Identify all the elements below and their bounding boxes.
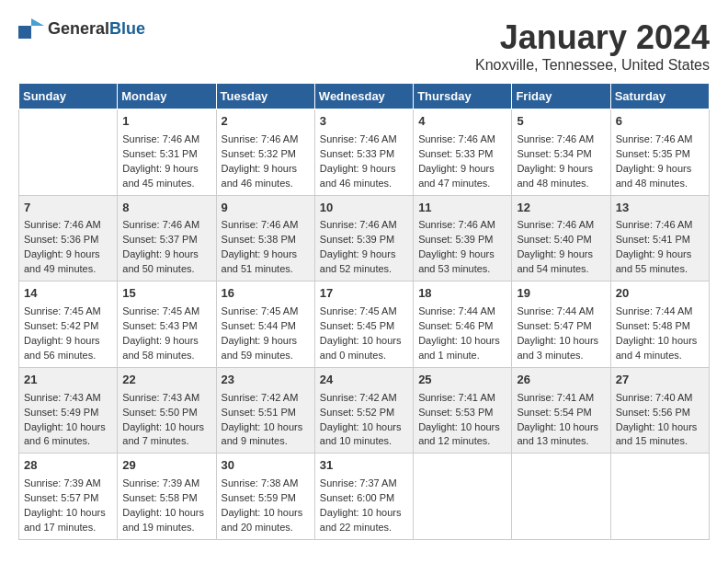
day-info-line: Sunset: 5:35 PM	[616, 147, 704, 162]
day-info-line: Sunset: 5:40 PM	[517, 233, 605, 247]
day-info-line: Daylight: 9 hours	[222, 162, 310, 177]
day-number: 15	[122, 285, 210, 303]
calendar-cell: 9Sunrise: 7:46 AMSunset: 5:38 PMDaylight…	[216, 195, 314, 282]
title-area: January 2024 Knoxville, Tennessee, Unite…	[475, 18, 710, 74]
calendar-cell	[610, 454, 709, 540]
day-number: 13	[616, 200, 704, 217]
day-info-line: Sunrise: 7:44 AM	[517, 304, 605, 319]
day-info-line: Sunset: 5:51 PM	[222, 406, 310, 420]
calendar-cell: 25Sunrise: 7:41 AMSunset: 5:53 PMDayligh…	[414, 367, 512, 454]
day-number: 14	[24, 285, 112, 303]
calendar-body: 1Sunrise: 7:46 AMSunset: 5:31 PMDaylight…	[19, 109, 710, 540]
day-info-line: and 50 minutes.	[122, 262, 210, 277]
day-number: 10	[320, 200, 408, 217]
day-of-week-header: Sunday	[19, 84, 118, 109]
day-info-line: and 54 minutes.	[517, 262, 605, 277]
day-info-line: Sunrise: 7:37 AM	[320, 477, 408, 491]
day-info-line: and 4 minutes.	[616, 349, 704, 363]
day-info-line: Sunrise: 7:46 AM	[418, 218, 506, 233]
calendar-cell: 27Sunrise: 7:40 AMSunset: 5:56 PMDayligh…	[610, 367, 709, 454]
day-number: 21	[24, 372, 112, 389]
day-of-week-header: Monday	[118, 84, 216, 109]
day-info-line: Daylight: 10 hours	[222, 506, 310, 521]
calendar-cell: 19Sunrise: 7:44 AMSunset: 5:47 PMDayligh…	[512, 282, 610, 368]
day-info-line: Sunrise: 7:41 AM	[418, 391, 506, 406]
day-number: 5	[517, 113, 605, 131]
day-number: 4	[418, 113, 506, 131]
day-info-line: and 22 minutes.	[320, 521, 408, 535]
day-number: 31	[320, 457, 408, 475]
day-number: 12	[517, 200, 605, 217]
day-info-line: Daylight: 9 hours	[517, 247, 605, 262]
day-number: 8	[122, 200, 210, 217]
day-info-line: and 10 minutes.	[320, 434, 408, 449]
day-info-line: Daylight: 10 hours	[320, 334, 408, 349]
day-info-line: and 6 minutes.	[24, 434, 112, 449]
day-number: 27	[616, 372, 704, 389]
day-info-line: Sunrise: 7:46 AM	[222, 218, 310, 233]
day-info-line: and 59 minutes.	[222, 349, 310, 363]
day-info-line: Sunset: 5:53 PM	[418, 406, 506, 420]
day-info-line: Sunrise: 7:40 AM	[616, 391, 704, 406]
day-info-line: and 53 minutes.	[418, 262, 506, 277]
day-info-line: Daylight: 10 hours	[616, 420, 704, 435]
day-number: 26	[517, 372, 605, 389]
day-number: 7	[24, 200, 112, 217]
calendar-cell: 26Sunrise: 7:41 AMSunset: 5:54 PMDayligh…	[512, 367, 610, 454]
day-info-line: Daylight: 10 hours	[320, 420, 408, 435]
day-info-line: and 47 minutes.	[418, 177, 506, 191]
day-info-line: Sunset: 5:49 PM	[24, 406, 112, 420]
calendar-cell: 16Sunrise: 7:45 AMSunset: 5:44 PMDayligh…	[216, 282, 314, 368]
day-info-line: Daylight: 9 hours	[122, 247, 210, 262]
day-info-line: Sunset: 5:59 PM	[222, 491, 310, 506]
day-info-line: Daylight: 10 hours	[122, 506, 210, 521]
day-info-line: Sunrise: 7:46 AM	[616, 132, 704, 147]
calendar-cell: 23Sunrise: 7:42 AMSunset: 5:51 PMDayligh…	[216, 367, 314, 454]
calendar-cell: 4Sunrise: 7:46 AMSunset: 5:33 PMDaylight…	[414, 109, 512, 196]
day-info-line: Sunset: 5:38 PM	[222, 233, 310, 247]
day-info-line: Sunset: 5:39 PM	[320, 233, 408, 247]
day-number: 17	[320, 285, 408, 303]
day-number: 9	[222, 200, 310, 217]
calendar-cell: 31Sunrise: 7:37 AMSunset: 6:00 PMDayligh…	[314, 454, 413, 540]
day-info-line: and 12 minutes.	[418, 434, 506, 449]
day-info-line: Daylight: 10 hours	[24, 506, 112, 521]
day-info-line: and 3 minutes.	[517, 349, 605, 363]
logo-icon	[18, 18, 44, 39]
calendar-cell: 8Sunrise: 7:46 AMSunset: 5:37 PMDaylight…	[118, 195, 216, 282]
day-info-line: Sunrise: 7:43 AM	[122, 391, 210, 406]
day-info-line: Sunset: 5:48 PM	[616, 319, 704, 334]
day-info-line: and 19 minutes.	[122, 521, 210, 535]
logo-general-text: General	[48, 19, 109, 38]
calendar-cell: 10Sunrise: 7:46 AMSunset: 5:39 PMDayligh…	[314, 195, 413, 282]
day-number: 16	[222, 285, 310, 303]
day-info-line: and 13 minutes.	[517, 434, 605, 449]
calendar-cell: 20Sunrise: 7:44 AMSunset: 5:48 PMDayligh…	[610, 282, 709, 368]
day-info-line: Sunrise: 7:45 AM	[122, 304, 210, 319]
day-info-line: and 15 minutes.	[616, 434, 704, 449]
calendar-cell: 5Sunrise: 7:46 AMSunset: 5:34 PMDaylight…	[512, 109, 610, 196]
calendar-cell: 2Sunrise: 7:46 AMSunset: 5:32 PMDaylight…	[216, 109, 314, 196]
day-info-line: and 58 minutes.	[122, 349, 210, 363]
day-info-line: Daylight: 10 hours	[418, 334, 506, 349]
day-number: 1	[122, 113, 210, 131]
day-info-line: Sunrise: 7:45 AM	[320, 304, 408, 319]
day-info-line: Sunrise: 7:46 AM	[418, 132, 506, 147]
calendar-cell	[19, 109, 118, 196]
calendar-cell: 24Sunrise: 7:42 AMSunset: 5:52 PMDayligh…	[314, 367, 413, 454]
day-number: 25	[418, 372, 506, 389]
day-number: 2	[222, 113, 310, 131]
day-info-line: Sunset: 5:32 PM	[222, 147, 310, 162]
day-info-line: Sunrise: 7:39 AM	[24, 477, 112, 491]
calendar-cell: 14Sunrise: 7:45 AMSunset: 5:42 PMDayligh…	[19, 282, 118, 368]
day-info-line: Sunrise: 7:45 AM	[24, 304, 112, 319]
day-info-line: Daylight: 10 hours	[517, 420, 605, 435]
calendar-header-row: SundayMondayTuesdayWednesdayThursdayFrid…	[19, 84, 710, 109]
calendar-cell: 12Sunrise: 7:46 AMSunset: 5:40 PMDayligh…	[512, 195, 610, 282]
day-of-week-header: Friday	[512, 84, 610, 109]
day-info-line: Sunset: 5:37 PM	[122, 233, 210, 247]
day-info-line: Daylight: 9 hours	[320, 162, 408, 177]
day-info-line: Sunset: 5:54 PM	[517, 406, 605, 420]
day-info-line: and 51 minutes.	[222, 262, 310, 277]
calendar-cell: 7Sunrise: 7:46 AMSunset: 5:36 PMDaylight…	[19, 195, 118, 282]
